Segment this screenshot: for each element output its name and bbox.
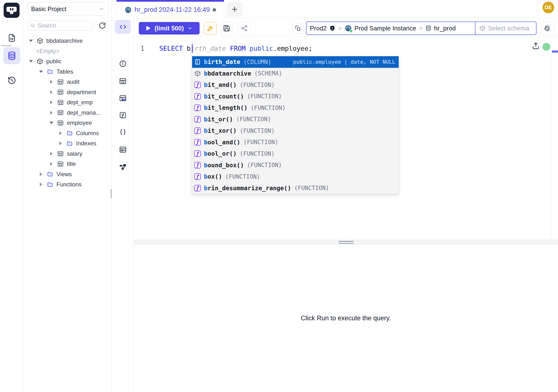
tree-item-views[interactable]: Views [23,169,112,180]
sequences-panel-button[interactable] [115,143,131,157]
suggest-item-bit-or[interactable]: ƒ bit_or() (FUNCTION) [192,114,399,125]
tree-item-dept-manager[interactable]: dept_mana... [23,108,112,118]
code-icon [119,23,127,31]
bytebase-logo[interactable] [4,3,19,18]
caret-right-icon[interactable] [38,172,44,176]
avatar[interactable]: DE [542,2,554,13]
caret-right-icon[interactable] [49,90,54,94]
share-sheet-button[interactable] [238,22,251,35]
diagram-panel-button[interactable] [115,160,131,174]
search-input[interactable] [38,22,89,29]
suggest-name: bdataarchive [208,70,251,77]
tree-item-label: public [46,58,61,65]
suggest-item-bit-and[interactable]: ƒ bit_and() (FUNCTION) [192,79,399,91]
schema-tree: bbdataarchive <Empty> public Tables [23,36,112,190]
caret-down-icon[interactable] [28,40,34,42]
connection-breadcrumb[interactable]: Prod2 > Prod Sample Instance > hr_prod [306,21,537,35]
tree-item-columns[interactable]: Columns [23,128,112,139]
function-icon: ƒ [194,82,201,88]
database-name: hr_prod [434,25,456,32]
suggest-item-bool-and[interactable]: ƒ bool_and() (FUNCTION) [192,137,399,148]
schema-cube-icon [194,70,201,77]
caret-right-icon[interactable] [49,100,54,104]
project-select[interactable]: Basic Project [27,2,109,16]
info-panel-button[interactable] [115,57,131,71]
tree-item-department[interactable]: department [23,87,112,97]
new-tab-button[interactable]: + [227,2,243,17]
caret-right-icon[interactable] [49,80,54,84]
panel-splitter[interactable] [134,240,558,244]
suggest-item-brin-desummarize-range[interactable]: ƒ brin_desummarize_range() (FUNCTION) [192,183,399,194]
environment-name: Prod2 [310,25,327,32]
save-sheet-button[interactable] [220,22,233,35]
suggest-item-box[interactable]: ƒ box() (FUNCTION) [192,171,399,183]
database-nav-button[interactable] [3,47,20,64]
breadcrumb-separator: > [338,25,342,32]
overview-ruler [551,37,552,240]
external-tables-panel-button[interactable] [115,91,131,105]
caret-right-icon[interactable] [49,152,54,156]
tab-title: hr_prod 2024-11-22 16:49 [135,6,210,14]
run-query-button[interactable]: (limit 500) [139,22,200,35]
format-sql-button[interactable] [204,22,217,35]
breadcrumb-main[interactable]: Prod2 > Prod Sample Instance > hr_prod [306,22,475,35]
tree-item-audit[interactable]: audit [23,77,112,87]
functions-panel-button[interactable] [115,108,131,122]
tree-item-tables[interactable]: Tables [23,67,112,77]
sql-editor-app: Basic Project bbdataarchive <Empty> [0,0,558,392]
tables-panel-button[interactable] [115,74,131,88]
caret-right-icon[interactable] [58,141,63,145]
export-result-button[interactable] [532,42,540,50]
suggest-item-bit-xor[interactable]: ƒ bit_xor() (FUNCTION) [192,125,399,137]
function-icon: ƒ [194,127,201,134]
overview-cursor-mark [552,51,558,53]
suggest-item-bbdataarchive[interactable]: bbdataarchive (SCHEMA) [192,68,399,79]
batch-query-button[interactable] [293,23,303,34]
suggest-item-bool-or[interactable]: ƒ bool_or() (FUNCTION) [192,148,399,160]
suggest-kind: (FUNCTION) [247,162,282,168]
instance-name: Prod Sample Instance [355,25,416,32]
function-icon: ƒ [194,150,201,157]
suggest-item-bound-box[interactable]: ƒ bound_box() (FUNCTION) [192,160,399,171]
code-view-button[interactable] [115,20,131,34]
schema-select[interactable]: Select schema [475,22,536,35]
tree-item-salary[interactable]: salary [23,149,112,159]
suggest-item-bit-count[interactable]: ƒ bit_count() (FUNCTION) [192,91,399,102]
tree-item-indexes[interactable]: Indexes [23,138,112,149]
tree-item-public[interactable]: public [23,56,112,67]
function-icon: ƒ [194,162,201,168]
suggest-name: it_count() [208,93,244,100]
wrench-icon [207,25,214,32]
match-text: b [204,70,208,77]
chevron-down-icon [187,26,192,31]
caret-down-icon[interactable] [49,122,54,124]
suggest-item-bit-length[interactable]: ƒ bit_length() (FUNCTION) [192,102,399,114]
caret-right-icon[interactable] [58,131,63,135]
connection-icon [295,25,301,32]
share-icon [241,25,248,32]
history-nav-button[interactable] [3,72,20,89]
ai-assistant-button[interactable] [540,21,555,35]
procedures-panel-button[interactable] [115,125,131,139]
tree-item-title[interactable]: title [23,159,112,169]
caret-right-icon[interactable] [38,183,44,186]
caret-right-icon[interactable] [49,162,54,166]
tree-item-label: dept_mana... [67,109,101,116]
line-number: 1 [134,45,144,52]
tree-item-functions[interactable]: Functions [23,179,112,190]
tree-item-dept-emp[interactable]: dept_emp [23,97,112,108]
caret-down-icon[interactable] [38,70,44,73]
sql-editor[interactable]: 1 SELECT birth_date FROM public.employee… [134,37,558,240]
instance-status-dot [349,29,353,33]
tree-item-bbdataarchive[interactable]: bbdataarchive [23,36,112,46]
function-icon: ƒ [194,139,201,146]
caret-right-icon[interactable] [49,111,54,115]
table-icon [57,79,64,85]
caret-down-icon[interactable] [28,60,34,62]
suggest-item-birth-date[interactable]: birth_date (COLUMN) public.employee | da… [192,56,399,68]
refresh-tree-button[interactable] [96,21,109,30]
tree-item-employee[interactable]: employee [23,118,112,128]
worksheet-nav-button[interactable] [3,29,20,46]
worksheet-tab[interactable]: hr_prod 2024-11-22 16:49 [116,0,224,18]
table-icon [57,150,64,157]
